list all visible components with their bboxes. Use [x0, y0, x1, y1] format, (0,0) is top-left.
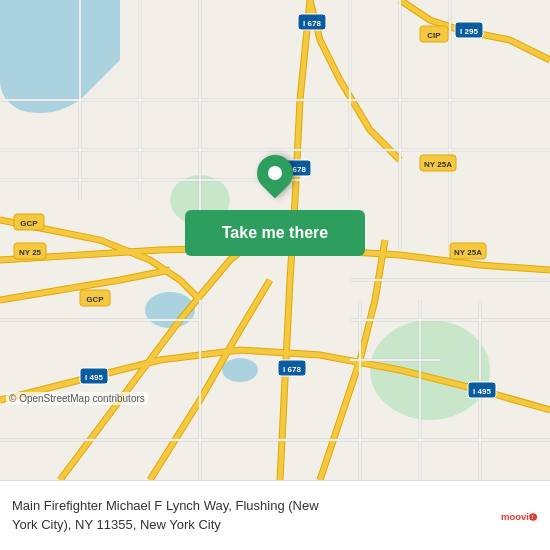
svg-text:I 495: I 495 — [473, 387, 491, 396]
address-container: Main Firefighter Michael F Lynch Way, Fl… — [12, 497, 490, 533]
svg-text:I 495: I 495 — [85, 373, 103, 382]
copyright-text: © OpenStreetMap contributors — [6, 392, 148, 405]
svg-text:!: ! — [532, 513, 534, 519]
address-line1: Main Firefighter Michael F Lynch Way, Fl… — [12, 497, 490, 515]
address-line2: York City), NY 11355, New York City — [12, 516, 490, 534]
svg-text:moovit: moovit — [501, 510, 533, 521]
svg-text:I 678: I 678 — [283, 365, 301, 374]
svg-text:I 678: I 678 — [303, 19, 321, 28]
bottom-bar: Main Firefighter Michael F Lynch Way, Fl… — [0, 480, 550, 550]
pin-circle — [250, 148, 301, 199]
svg-text:NY 25A: NY 25A — [454, 248, 482, 257]
map-container: I 678 I 678 I 678 I 295 I 495 I 495 NY 2… — [0, 0, 550, 480]
svg-text:GCP: GCP — [20, 219, 38, 228]
pin-inner — [268, 166, 282, 180]
moovit-logo-svg: moovit ! — [500, 497, 538, 535]
moovit-logo: moovit ! — [500, 497, 538, 535]
svg-text:NY 25: NY 25 — [19, 248, 42, 257]
svg-text:GCP: GCP — [86, 295, 104, 304]
svg-point-2 — [222, 358, 258, 382]
svg-text:NY 25A: NY 25A — [424, 160, 452, 169]
svg-text:CIP: CIP — [427, 31, 441, 40]
take-me-there-button[interactable]: Take me there — [185, 210, 365, 256]
svg-text:I 295: I 295 — [460, 27, 478, 36]
map-pin — [257, 155, 293, 191]
